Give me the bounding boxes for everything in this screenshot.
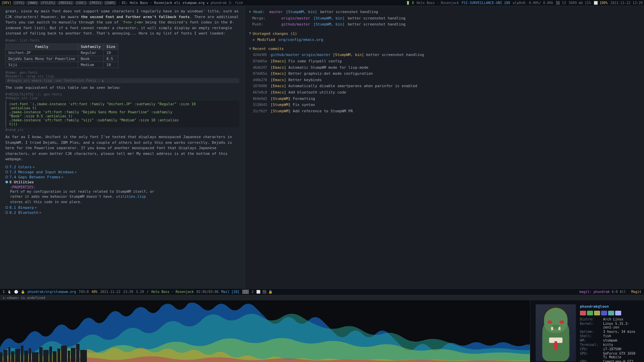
tag-www[interactable]: [WWW] xyxy=(26,1,39,5)
svg-rect-16 xyxy=(68,351,70,362)
svg-rect-8 xyxy=(29,348,31,362)
unifont-paragraph: As far as I know, Unifont is the only fo… xyxy=(5,134,239,162)
outline-label-73[interactable]: 7.3 Message and Input Windows xyxy=(9,170,74,174)
merge-label: Merge: xyxy=(252,15,279,21)
file-path: phundrak/org/stumpwm.org xyxy=(28,290,76,294)
outline-circle-81 xyxy=(5,206,8,209)
begin-src-bar: #+begin_src emacs-lisp :var fonts=list-f… xyxy=(5,78,239,83)
window-tab2[interactable]: phundrak 2: fish xyxy=(211,1,243,5)
outline-circle-74 xyxy=(5,176,8,178)
avatar-head xyxy=(544,308,568,333)
font-size-3: 10 xyxy=(104,62,118,68)
magit-head-row: ▼ Head: master [StumpWM, bin] better scr… xyxy=(249,9,640,15)
unstaged-header: Unstaged changes (1) xyxy=(253,32,297,36)
distro-label: Distro: xyxy=(580,317,602,321)
head-label: Head: xyxy=(253,10,264,14)
code-line-5: ,(make-instance 'xft:font :family "siji"… xyxy=(9,118,236,122)
outline-label-72[interactable]: 7.2 Colors xyxy=(9,165,32,169)
commit-row-7: 0b9e9d2 [StumpWM] Formatting xyxy=(253,96,640,102)
code-line-3: ,(make-instance 'xft:font :family "DejaV… xyxy=(9,110,236,114)
swatch-5 xyxy=(608,311,614,315)
avatar-eye-left xyxy=(547,320,552,324)
utilities-para: Part of my configuration is not really r… xyxy=(10,189,239,205)
code-block-main: (set-font `(,(make-instance 'xft:font :f… xyxy=(5,101,239,127)
commit-row-2: d6db347 [Emacs] Automatic StumpWM mode f… xyxy=(253,65,640,71)
terminal-value: kitty xyxy=(603,343,613,347)
datetime: 2021-11-22 13:20 xyxy=(610,1,643,5)
svg-rect-4 xyxy=(11,351,14,362)
tag-media[interactable]: [MEDIA] xyxy=(57,1,74,5)
svg-rect-2 xyxy=(3,350,7,362)
outline-item-73: 7.3 Message and Input Windows ▶ xyxy=(5,170,239,174)
system-info: phundrak@leon Distro: Arch Linux Kernel:… xyxy=(580,304,639,362)
gpu-value: GeForce GTX 1650 Ti Mobile xyxy=(603,352,639,359)
svg-rect-17 xyxy=(71,348,75,362)
intro-paragraph: great, since my main font does not suppo… xyxy=(5,9,239,37)
tag-priv[interactable]: [PRIV] xyxy=(88,1,103,5)
window-info: Holo Bass · Rosenjack xyxy=(417,1,459,5)
gpu2-label: GPU: xyxy=(580,360,602,362)
col-size: Size xyxy=(104,44,118,50)
indicators: 11 2 ⬜ ⬛ 🔒 xyxy=(242,290,272,294)
bottom-message: s-<down> is undefined xyxy=(0,295,644,300)
gpu-label: GPU: xyxy=(580,352,602,359)
username-display: phundrak@leon xyxy=(580,304,639,309)
mail-status: Mail [10] xyxy=(221,290,239,294)
outline-label-8[interactable]: 8 Utilities xyxy=(9,180,34,184)
version: 3.19 xyxy=(136,290,144,294)
penguin-icon: 🐧 xyxy=(7,290,11,294)
swatch-1 xyxy=(580,311,586,315)
magit-merge-row: Merge: origin/master [StumpWM, bin] bett… xyxy=(249,15,640,21)
outline-label-74[interactable]: 7.4 Gaps Between Frames xyxy=(9,175,60,179)
avatar-eye-right xyxy=(559,320,564,324)
uptime-value: 3 hours, 34 mins xyxy=(603,330,635,334)
outline-label-82[interactable]: 8.2 Bluetooth xyxy=(9,210,38,215)
shell-label: Shell: xyxy=(580,334,602,338)
magit-push-row: Push: github/master [StumpWM, bin] bette… xyxy=(249,21,640,27)
begin-src2: #+begin_src lisp xyxy=(5,96,239,100)
push-branch: github/master xyxy=(281,22,310,26)
mode-name: magit: phundrak xyxy=(579,290,609,294)
properties-section: :PROPERTIES: Part of my configuration is… xyxy=(10,185,239,205)
svg-rect-15 xyxy=(61,346,67,362)
commit-row-1: 07dd65a [Emacs] Fix some flyspell config xyxy=(253,58,640,64)
svg-rect-19 xyxy=(80,350,87,362)
properties-label: :PROPERTIES: xyxy=(10,185,239,189)
wm-label: WM: xyxy=(580,339,602,342)
cpu-value: i7-10750H xyxy=(603,347,621,351)
status-bar: 1 🐧 🕐 🔒 phundrak/org/stumpwm.org 743:0 4… xyxy=(0,288,644,295)
right-pane: ▼ Head: master [StumpWM, bin] better scr… xyxy=(245,6,644,288)
tag-files[interactable]: [FILES] xyxy=(40,1,56,5)
window-tab-active[interactable]: ✦ xyxy=(207,1,209,5)
svg-rect-13 xyxy=(53,351,57,362)
font-size-1: 10 xyxy=(104,50,118,56)
music-note-icon: ♪ xyxy=(147,290,149,294)
tag-gam[interactable]: [GAM] xyxy=(104,1,116,5)
visualizer-area xyxy=(0,300,530,362)
avatar-tusk-left xyxy=(551,327,553,330)
track-time: 02:05/03:06 xyxy=(197,290,219,294)
end-src: #+end_src xyxy=(5,128,239,132)
svg-rect-5 xyxy=(15,349,20,362)
svg-rect-18 xyxy=(76,344,79,362)
gpu2-value: CometLake-H GT2 [UHD Graphics] xyxy=(603,360,639,362)
wm-row: WM: stumpwm xyxy=(580,339,639,342)
battery-status: 🔋 8 xyxy=(406,1,414,5)
cpu-label: CPU: xyxy=(580,347,602,351)
recent-commits-header: Recent commits xyxy=(253,47,284,51)
tag-sys[interactable]: [SYS] xyxy=(13,1,25,5)
svg-rect-3 xyxy=(8,347,10,362)
uptime-row: Uptime: 3 hours, 34 mins xyxy=(580,330,639,334)
top-bar: [DEV] [SYS] [WWW] [FILES] [MEDIA] [SOC] … xyxy=(0,0,644,6)
bottom-section: phundrak@leon Distro: Arch Linux Kernel:… xyxy=(0,300,644,362)
head-branch: master xyxy=(269,10,283,14)
kernel-row: Kernel: Linux 5.15.3-zen1-zen xyxy=(580,322,639,329)
utilities-link[interactable]: utilities.lisp xyxy=(116,194,146,198)
head-msg: better screenshot handling xyxy=(320,10,378,14)
visualizer-svg xyxy=(0,300,530,362)
merge-msg: better screenshot handling xyxy=(348,16,406,20)
head-tag: [StumpWM, bin] xyxy=(286,10,317,14)
outline-label-81[interactable]: 8.1 Binwarp xyxy=(9,205,34,210)
tag-soc[interactable]: [SOC] xyxy=(75,1,88,5)
font-family-1: Unifont-JP xyxy=(6,50,78,56)
